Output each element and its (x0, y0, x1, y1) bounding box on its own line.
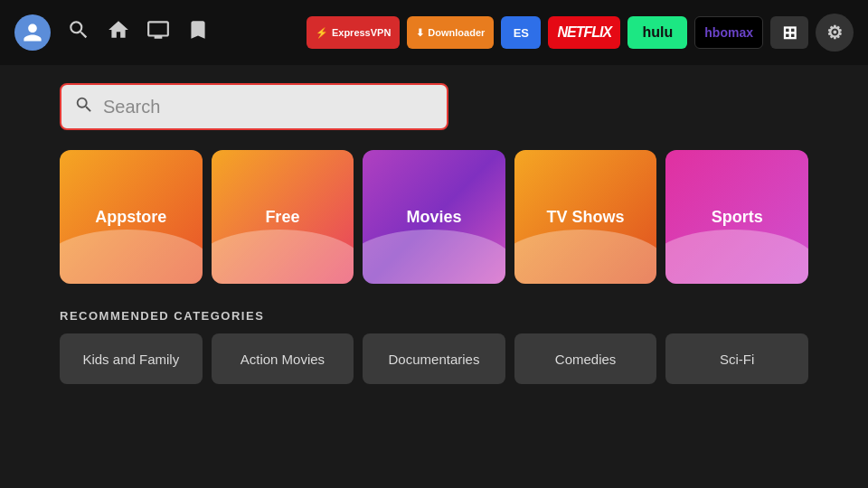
main-content: Search Appstore Free Movies TV Shows Spo… (0, 65, 868, 384)
netflix-button[interactable]: NETFLIX (548, 16, 620, 49)
home-nav-icon[interactable] (107, 18, 130, 47)
hulu-label: hulu (642, 24, 673, 41)
bookmark-nav-icon[interactable] (186, 18, 210, 47)
expressvpn-button[interactable]: ⚡ ExpressVPN (307, 16, 400, 49)
downloader-label: Downloader (428, 27, 485, 38)
tile-free[interactable]: Free (212, 150, 354, 284)
tile-sports[interactable]: Sports (665, 150, 808, 284)
top-navigation: ⚡ ExpressVPN ⬇ Downloader ES NETFLIX hul… (0, 0, 868, 65)
rec-action-movies[interactable]: Action Movies (212, 333, 354, 384)
downloader-button[interactable]: ⬇ Downloader (407, 16, 494, 49)
downloader-icon: ⬇ (416, 27, 424, 39)
tile-movies[interactable]: Movies (363, 150, 505, 284)
hbomax-label: hbomax (704, 25, 753, 40)
settings-button[interactable]: ⚙ (816, 14, 854, 52)
hbomax-button[interactable]: hbomax (694, 16, 763, 49)
rec-comedies[interactable]: Comedies (514, 333, 657, 384)
grid-button[interactable]: ⊞ (770, 16, 808, 49)
netflix-label: NETFLIX (557, 24, 611, 41)
es-label: ES (514, 26, 529, 40)
search-input[interactable]: Search (103, 97, 434, 117)
expressvpn-icon: ⚡ (316, 27, 328, 39)
recommended-heading: RECOMMENDED CATEGORIES (60, 309, 808, 323)
avatar[interactable] (14, 14, 51, 51)
tile-appstore[interactable]: Appstore (60, 150, 203, 284)
category-tiles: Appstore Free Movies TV Shows Sports (60, 150, 808, 284)
rec-documentaries[interactable]: Documentaries (363, 333, 505, 384)
es-button[interactable]: ES (501, 16, 541, 49)
rec-sci-fi[interactable]: Sci-Fi (665, 333, 808, 384)
search-icon (74, 95, 94, 119)
rec-kids-family[interactable]: Kids and Family (60, 333, 203, 384)
search-nav-icon[interactable] (67, 18, 90, 47)
hulu-button[interactable]: hulu (627, 16, 687, 49)
tv-nav-icon[interactable] (146, 18, 170, 47)
recommended-categories: Kids and Family Action Movies Documentar… (60, 333, 808, 384)
tile-tvshows[interactable]: TV Shows (514, 150, 657, 284)
expressvpn-label: ExpressVPN (332, 27, 391, 38)
search-bar[interactable]: Search (60, 83, 448, 130)
nav-left (14, 14, 210, 51)
nav-right: ⚡ ExpressVPN ⬇ Downloader ES NETFLIX hul… (307, 14, 854, 52)
